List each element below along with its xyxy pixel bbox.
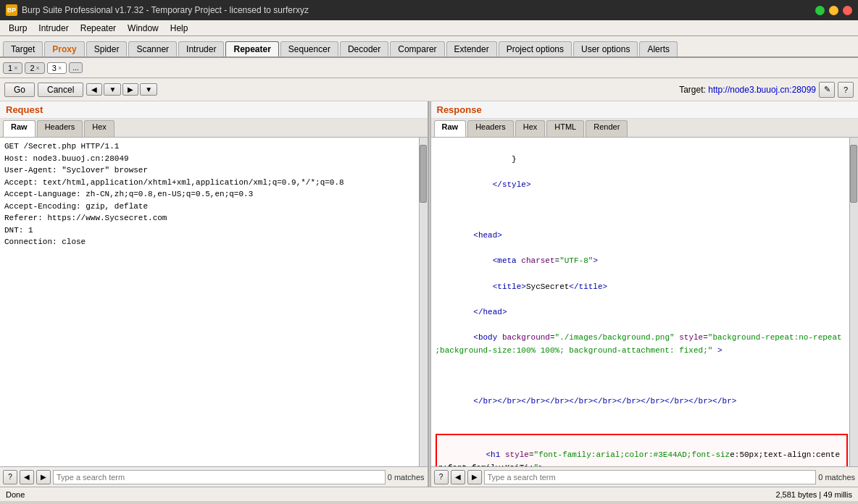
request-panel: Request Raw Headers Hex GET /Secret.php … bbox=[0, 101, 428, 487]
request-tab-headers[interactable]: Headers bbox=[37, 120, 83, 137]
request-tab-hex[interactable]: Hex bbox=[84, 120, 114, 137]
window-controls bbox=[815, 6, 852, 15]
response-tabs: Raw Headers Hex HTML Render bbox=[431, 119, 859, 138]
target-text: Target: bbox=[679, 85, 708, 95]
response-tab-render[interactable]: Render bbox=[586, 120, 628, 137]
help-button[interactable]: ? bbox=[838, 82, 854, 98]
repeater-tab-2[interactable]: 2 × bbox=[25, 62, 44, 74]
response-search-prev[interactable]: ◀ bbox=[451, 470, 465, 484]
repeater-tab-2-close[interactable]: × bbox=[36, 64, 40, 72]
status-text: Done bbox=[6, 490, 25, 499]
back-button[interactable]: ◀ bbox=[86, 83, 102, 96]
response-search-input[interactable] bbox=[484, 470, 817, 484]
request-search-prev[interactable]: ◀ bbox=[20, 470, 34, 484]
close-button[interactable] bbox=[843, 6, 852, 15]
tab-user-options[interactable]: User options bbox=[573, 41, 638, 56]
response-content[interactable]: } </style> <head> <meta charset="UTF-8">… bbox=[431, 138, 859, 466]
forward-button[interactable]: ▶ bbox=[122, 83, 138, 96]
repeater-tab-3-close[interactable]: × bbox=[58, 64, 62, 72]
menu-help[interactable]: Help bbox=[164, 22, 194, 35]
response-header: Response bbox=[431, 101, 859, 119]
edit-target-button[interactable]: ✎ bbox=[819, 82, 835, 98]
resp-h1-tag: <h1 style="font-family:arial;color:#3E44… bbox=[438, 450, 841, 466]
tab-spider[interactable]: Spider bbox=[86, 41, 128, 56]
repeater-tab-1-close[interactable]: × bbox=[14, 64, 17, 72]
request-matches: 0 matches bbox=[388, 473, 425, 482]
tab-decoder[interactable]: Decoder bbox=[340, 41, 388, 56]
tab-scanner[interactable]: Scanner bbox=[128, 41, 177, 56]
resp-line-5: <title>SycSecret</title> bbox=[473, 282, 607, 291]
repeater-tab-1[interactable]: 1 × bbox=[3, 62, 22, 74]
resp-line-8: </br></br></br></br></br></br></br></br>… bbox=[473, 397, 736, 406]
tab-repeater[interactable]: Repeater bbox=[225, 41, 278, 56]
tab-extender[interactable]: Extender bbox=[446, 41, 497, 56]
repeater-tab-3[interactable]: 3 × bbox=[47, 62, 67, 74]
resp-line-1: } bbox=[473, 155, 516, 164]
repeater-tab-1-label: 1 bbox=[8, 64, 12, 72]
nav-tabs: Target Proxy Spider Scanner Intruder Rep… bbox=[0, 36, 858, 58]
toolbar: Go Cancel ◀ ▼ ▶ ▼ Target: http://node3.b… bbox=[0, 78, 858, 101]
resp-line-7: <body background="./images/background.pn… bbox=[436, 333, 847, 355]
response-body: } </style> <head> <meta charset="UTF-8">… bbox=[431, 138, 859, 466]
target-label: Target: http://node3.buuoj.cn:28099 bbox=[679, 85, 816, 95]
tab-sequencer[interactable]: Sequencer bbox=[280, 41, 338, 56]
app-icon: BP bbox=[6, 4, 17, 16]
repeater-tab-more[interactable]: ... bbox=[69, 62, 82, 73]
menu-window[interactable]: Window bbox=[122, 22, 164, 35]
nav-buttons: ◀ ▼ ▶ ▼ bbox=[86, 83, 157, 96]
menu-bar: Burp Intruder Repeater Window Help bbox=[0, 20, 858, 36]
request-search-bar: ? ◀ ▶ 0 matches bbox=[0, 466, 428, 487]
window-title: Burp Suite Professional v1.7.32 - Tempor… bbox=[22, 5, 309, 15]
response-search-bar: ? ◀ ▶ 0 matches bbox=[431, 466, 859, 487]
tab-intruder[interactable]: Intruder bbox=[178, 41, 224, 56]
status-bar: Done 2,581 bytes | 49 millis bbox=[0, 487, 858, 501]
status-info: 2,581 bytes | 49 millis bbox=[775, 490, 852, 499]
request-scrollbar[interactable] bbox=[419, 138, 428, 466]
request-search-next[interactable]: ▶ bbox=[36, 470, 51, 484]
request-tabs: Raw Headers Hex bbox=[0, 119, 428, 138]
response-search-next[interactable]: ▶ bbox=[467, 470, 482, 484]
resp-line-2: </style> bbox=[473, 180, 530, 189]
repeater-tab-3-label: 3 bbox=[52, 64, 57, 72]
tab-proxy[interactable]: Proxy bbox=[44, 41, 84, 56]
response-tab-hex[interactable]: Hex bbox=[515, 120, 546, 137]
response-scrollbar-thumb bbox=[850, 145, 857, 203]
response-tab-headers[interactable]: Headers bbox=[467, 120, 514, 137]
tab-project-options[interactable]: Project options bbox=[499, 41, 572, 56]
response-tab-raw[interactable]: Raw bbox=[434, 120, 467, 137]
title-bar: BP Burp Suite Professional v1.7.32 - Tem… bbox=[0, 0, 858, 20]
tab-comparer[interactable]: Comparer bbox=[390, 41, 444, 56]
menu-repeater[interactable]: Repeater bbox=[75, 22, 122, 35]
resp-line-3: <head> bbox=[473, 231, 502, 240]
resp-line-6: </head> bbox=[473, 308, 507, 316]
request-scrollbar-thumb bbox=[420, 145, 427, 203]
target-url: http://node3.buuoj.cn:28099 bbox=[708, 85, 816, 95]
response-scrollbar[interactable] bbox=[849, 138, 858, 466]
main-content: Request Raw Headers Hex GET /Secret.php … bbox=[0, 101, 858, 487]
repeater-tabs: 1 × 2 × 3 × ... bbox=[0, 58, 858, 78]
maximize-button[interactable] bbox=[815, 6, 825, 15]
request-content[interactable]: GET /Secret.php HTTP/1.1 Host: node3.buu… bbox=[0, 138, 428, 466]
menu-intruder[interactable]: Intruder bbox=[33, 22, 74, 35]
response-tab-html[interactable]: HTML bbox=[546, 120, 584, 137]
resp-highlight-block: <h1 style="font-family:arial;color:#3E44… bbox=[436, 434, 849, 466]
forward-dropdown[interactable]: ▼ bbox=[140, 83, 157, 96]
response-search-help[interactable]: ? bbox=[434, 470, 449, 484]
request-header: Request bbox=[0, 101, 428, 119]
request-search-input[interactable] bbox=[53, 470, 386, 484]
go-button[interactable]: Go bbox=[4, 83, 35, 97]
request-tab-raw[interactable]: Raw bbox=[3, 120, 36, 137]
response-matches: 0 matches bbox=[818, 473, 855, 482]
response-panel: Response Raw Headers Hex HTML Render } <… bbox=[431, 101, 859, 487]
minimize-button[interactable] bbox=[829, 6, 838, 15]
resp-line-4: <meta charset="UTF-8"> bbox=[473, 256, 598, 265]
request-search-help[interactable]: ? bbox=[3, 470, 17, 484]
request-body: GET /Secret.php HTTP/1.1 Host: node3.buu… bbox=[0, 138, 428, 466]
menu-burp[interactable]: Burp bbox=[3, 22, 33, 35]
repeater-tab-2-label: 2 bbox=[30, 64, 34, 72]
tab-alerts[interactable]: Alerts bbox=[639, 41, 678, 56]
cancel-button[interactable]: Cancel bbox=[38, 83, 83, 97]
back-dropdown[interactable]: ▼ bbox=[104, 83, 121, 96]
tab-target[interactable]: Target bbox=[3, 41, 43, 56]
